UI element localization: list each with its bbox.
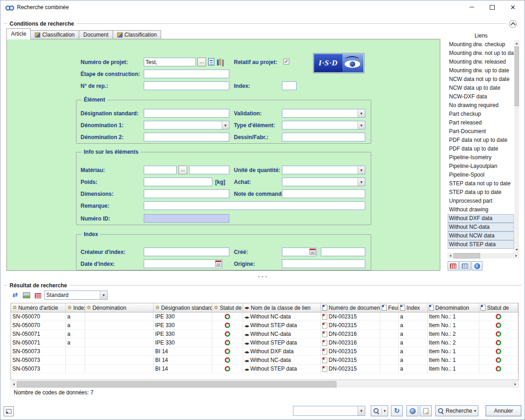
refresh-button[interactable]: ↻	[391, 405, 403, 416]
createur-input[interactable]	[144, 248, 229, 256]
note-input[interactable]	[282, 189, 365, 198]
chevron-down-icon[interactable]: ▾	[357, 178, 365, 186]
column-header[interactable]: Numéro de document	[321, 303, 380, 312]
lien-item[interactable]: Mounting drw. checkup	[448, 40, 514, 49]
chevron-down-icon[interactable]: ▾	[100, 291, 107, 299]
scroll-right-button[interactable]	[512, 381, 519, 388]
stage-input[interactable]	[144, 70, 229, 78]
table-row[interactable]: SN-050073 BI 14 Without DXF data DN-0023…	[11, 347, 518, 356]
close-button[interactable]	[503, 0, 523, 14]
preview-button[interactable]	[22, 291, 31, 299]
tab-document[interactable]: Document	[79, 30, 113, 39]
dimensions-input[interactable]	[144, 189, 229, 198]
column-header[interactable]: Statut de	[212, 303, 243, 312]
scroll-up-button[interactable]	[514, 40, 519, 46]
lien-item[interactable]: Without NC-data	[448, 223, 514, 232]
lien-item[interactable]: Mounting drw. up to date	[448, 66, 514, 75]
materiau2-input[interactable]	[189, 166, 229, 174]
calendar-icon[interactable]	[215, 260, 222, 267]
project-document-icon[interactable]	[208, 58, 214, 65]
lien-item[interactable]: STEP data up to date	[448, 188, 514, 197]
lien-item[interactable]: No drawing required	[448, 101, 514, 110]
lien-item[interactable]: Without DXF data	[448, 214, 514, 223]
edit-query-button[interactable]	[420, 405, 432, 416]
lien-item[interactable]: Without drawing	[448, 205, 514, 214]
materiau-input[interactable]	[144, 166, 177, 174]
lien-item[interactable]: NCW-DXF data	[448, 92, 514, 101]
saved-search-select[interactable]: ▾	[293, 406, 365, 416]
validation-select[interactable]: ▾	[282, 109, 365, 118]
table-row[interactable]: SN-050073 BI 14 Without NC-data DN-00231…	[11, 356, 518, 365]
column-header[interactable]: Dénomination	[85, 303, 154, 312]
chevron-down-icon[interactable]: ▾	[222, 121, 229, 129]
scroll-right-button[interactable]	[514, 253, 519, 258]
info-button[interactable]: i	[471, 261, 482, 270]
scrollbar-thumb[interactable]	[514, 47, 519, 106]
lien-item[interactable]: Unprocessed part	[448, 197, 514, 205]
tab-classification-article[interactable]: Classification	[31, 30, 79, 39]
column-header[interactable]: Feuille	[380, 303, 399, 312]
list-view-button[interactable]	[460, 261, 471, 270]
column-header[interactable]: Numéro d'article	[11, 303, 66, 312]
numero-id-input[interactable]	[144, 214, 229, 223]
lien-item[interactable]: PDF data not up to date	[448, 136, 514, 145]
lien-item[interactable]: NCW data not up to date	[448, 75, 514, 84]
minimize-button[interactable]	[461, 0, 482, 14]
table-row[interactable]: SN-050071 a IPE 330 Without NC-data DN-0…	[11, 330, 518, 339]
lien-item[interactable]: Part released	[448, 118, 514, 127]
hitlist-settings-button[interactable]	[33, 291, 43, 300]
transfer-results-button[interactable]: ⇄	[11, 291, 20, 299]
origine-input[interactable]	[282, 259, 365, 268]
liens-horizontal-scrollbar[interactable]	[448, 253, 519, 258]
rep-input[interactable]	[144, 81, 229, 90]
lien-item[interactable]: Without NCW data	[448, 232, 514, 240]
project-browse-button[interactable]: ...	[197, 58, 206, 66]
preset-select[interactable]: Standard ▾	[44, 291, 108, 300]
maximize-button[interactable]	[482, 0, 503, 14]
lien-item[interactable]: Pipeline-Layoutplan	[448, 162, 514, 171]
materiau-browse-button[interactable]: ...	[179, 166, 187, 174]
liens-vertical-scrollbar[interactable]	[514, 40, 519, 253]
table-row[interactable]: SN-050070 a IPE 330 Without STEP data DN…	[11, 321, 518, 330]
poids-input[interactable]	[144, 178, 212, 186]
table-row[interactable]: SN-050073 BI 14 Without STEP data DN-002…	[11, 365, 518, 373]
dessin-input[interactable]	[282, 133, 365, 141]
column-header[interactable]: Nom de la classe de lien	[243, 303, 321, 312]
designation-input[interactable]	[144, 109, 229, 118]
column-header[interactable]: Dénomination	[428, 303, 479, 312]
lien-item[interactable]: PDF data up to date	[448, 145, 514, 153]
tab-article[interactable]: Article	[6, 28, 31, 39]
column-header[interactable]: Désignation standard	[154, 303, 212, 312]
date-index-input[interactable]	[144, 259, 222, 268]
type-element-select[interactable]: ▾	[282, 121, 365, 129]
scroll-left-button[interactable]	[11, 381, 17, 388]
dialog-resize-toggle-button[interactable]	[4, 406, 14, 416]
splitter-handle[interactable]	[0, 276, 525, 277]
lien-item[interactable]: Mounting drw. released	[448, 58, 514, 66]
lien-item[interactable]: Pipeline-Spool	[448, 171, 514, 179]
table-row[interactable]: SN-050070 a IPE 330 Without NC-data DN-0…	[11, 312, 518, 321]
column-header[interactable]: Index	[399, 303, 428, 312]
remarque-input[interactable]	[144, 201, 365, 210]
chevron-down-icon[interactable]: ▾	[357, 166, 365, 174]
denom2-input[interactable]	[144, 133, 229, 141]
cancel-button[interactable]: Annuler	[486, 405, 521, 416]
search-options-split-button[interactable]: ▾	[371, 405, 388, 416]
column-header[interactable]: Statut de	[479, 303, 518, 312]
lien-item[interactable]: Part checkup	[448, 110, 514, 118]
achat-select[interactable]: ▾	[282, 178, 365, 186]
lien-item[interactable]: Mounting drw. not up to date	[448, 49, 514, 58]
project-catalog-icon[interactable]	[217, 59, 224, 65]
lien-item[interactable]: Part-Document	[448, 127, 514, 136]
relative-project-checkbox[interactable]: ✓	[283, 59, 289, 65]
search-button[interactable]: Recherche ▾	[435, 405, 478, 416]
collapse-conditions-button[interactable]	[509, 20, 517, 28]
tab-classification-document[interactable]: Classification	[113, 30, 162, 39]
table-row[interactable]: SN-050071 a IPE 330 Without STEP data DN…	[11, 339, 518, 347]
chevron-down-icon[interactable]: ▾	[357, 121, 365, 129]
chevron-down-icon[interactable]: ▾	[357, 406, 365, 415]
scrollbar-thumb[interactable]	[454, 253, 480, 258]
cree-aux-input[interactable]	[321, 248, 365, 256]
lien-item[interactable]: STEP data not up to date	[448, 179, 514, 188]
lien-item[interactable]: Without STEP data	[448, 240, 514, 249]
